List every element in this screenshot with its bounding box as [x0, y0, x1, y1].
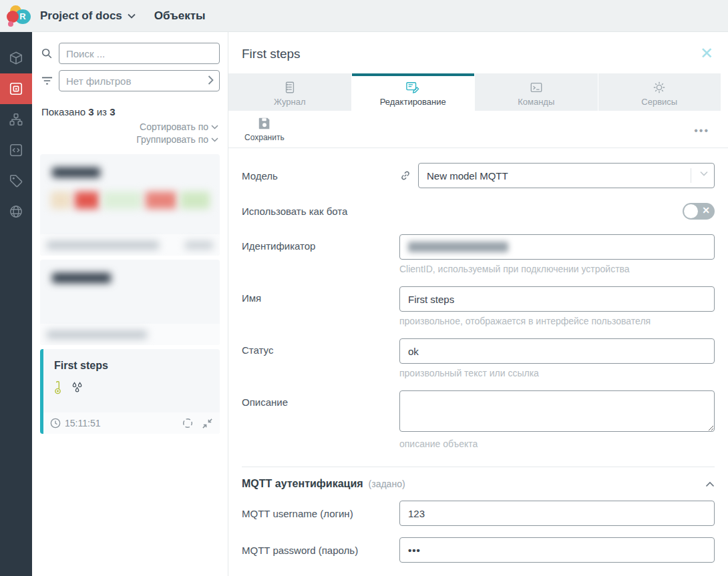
- sidebar-item-objects-icon[interactable]: [0, 73, 32, 104]
- chevron-down-icon: [211, 125, 218, 129]
- sort-by-label: Сортировать по: [140, 121, 208, 132]
- use-as-bot-toggle[interactable]: ✕: [683, 203, 715, 220]
- tab-journal[interactable]: Журнал: [228, 73, 351, 111]
- sort-by-dropdown[interactable]: Сортировать по: [40, 121, 218, 132]
- section-divider: [242, 467, 715, 467]
- identifier-helper: ClientID, используемый при подключении у…: [399, 264, 715, 274]
- description-helper: описание объекта: [399, 439, 715, 449]
- description-label: Описание: [242, 390, 399, 408]
- filter-icon: [40, 76, 53, 85]
- app-logo-icon[interactable]: R: [5, 4, 32, 28]
- chevron-down-icon: [211, 137, 218, 142]
- terminal-icon: [530, 81, 543, 94]
- collapse-arrows-icon[interactable]: [202, 418, 213, 429]
- mqtt-password-label: MQTT password (пароль): [242, 545, 399, 556]
- status-input[interactable]: [399, 338, 715, 364]
- objects-list-panel: Показано 3 из 3 Сортировать по Группиров…: [32, 32, 228, 576]
- identifier-blurred-value: [408, 242, 508, 252]
- gear-icon: [653, 81, 666, 94]
- sidebar-item-tags-icon[interactable]: [0, 166, 32, 196]
- droplets-icon: [71, 382, 84, 394]
- filters-input[interactable]: [59, 70, 220, 91]
- name-helper: произвольное, отображается в интерфейсе …: [399, 316, 715, 326]
- model-label: Модель: [242, 170, 399, 182]
- tab-label: Редактирование: [380, 97, 446, 107]
- project-switcher[interactable]: Project of docs: [40, 9, 136, 23]
- clock-icon: [50, 418, 61, 428]
- tab-editing[interactable]: Редактирование: [352, 73, 475, 111]
- status-helper: произвольный текст или ссылка: [399, 368, 715, 378]
- logo-circle-pink: [8, 21, 13, 27]
- locate-target-icon[interactable]: [182, 417, 194, 429]
- model-select[interactable]: New model MQTT: [418, 163, 715, 188]
- detail-tabs: Журнал Редактирование Команды Сервисы: [228, 73, 721, 111]
- identifier-input[interactable]: [399, 234, 715, 260]
- mqtt-username-label: MQTT username (логин): [242, 508, 399, 519]
- sidebar-item-network-globe-icon[interactable]: [0, 196, 32, 227]
- last-packet-time: 15:11:51: [65, 418, 100, 428]
- toggle-knob: [684, 204, 698, 218]
- chevron-down-icon: [128, 13, 136, 19]
- object-edit-form: Модель New model MQTT Использ: [228, 148, 728, 574]
- tab-label: Команды: [518, 97, 554, 107]
- group-by-label: Группировать по: [136, 134, 208, 145]
- tab-label: Журнал: [274, 97, 305, 107]
- name-label: Имя: [242, 286, 399, 304]
- save-label: Сохранить: [244, 133, 285, 142]
- sidebar-item-code-icon[interactable]: [0, 135, 32, 166]
- chevron-right-icon[interactable]: [208, 75, 214, 85]
- panel-title: First steps: [242, 47, 301, 61]
- sidebar-item-models-tree-icon[interactable]: [0, 104, 32, 135]
- journal-icon: [283, 81, 297, 94]
- edit-icon: [405, 81, 420, 94]
- close-icon[interactable]: ✕: [700, 47, 713, 60]
- object-card-first-steps[interactable]: First steps 15:11:51: [40, 349, 220, 434]
- icon-sidebar: [0, 32, 32, 576]
- name-input[interactable]: [399, 286, 715, 312]
- model-select-value: New model MQTT: [427, 170, 508, 182]
- object-card-blurred[interactable]: [40, 154, 220, 256]
- object-card-blurred[interactable]: [40, 260, 220, 345]
- more-menu-button[interactable]: •••: [694, 125, 709, 142]
- identifier-label: Идентификатор: [242, 234, 399, 252]
- mqtt-password-input[interactable]: [399, 537, 715, 563]
- status-label: Статус: [242, 338, 399, 356]
- save-floppy-icon: [257, 116, 272, 131]
- mqtt-section-badge: (задано): [369, 479, 405, 489]
- link-icon[interactable]: [399, 170, 411, 182]
- mqtt-section-title: MQTT аутентификация: [242, 478, 363, 490]
- edit-toolbar: Сохранить •••: [228, 111, 728, 148]
- mqtt-username-input[interactable]: [399, 501, 715, 526]
- tab-label: Сервисы: [641, 97, 677, 107]
- project-name-label: Project of docs: [40, 9, 122, 23]
- thermometer-icon: [54, 381, 61, 394]
- topbar: R Project of docs Объекты: [0, 0, 728, 32]
- object-card-title: First steps: [54, 360, 220, 372]
- shown-counter: Показано 3 из 3: [41, 106, 220, 117]
- search-input[interactable]: [59, 43, 220, 64]
- nav-objects[interactable]: Объекты: [154, 9, 206, 23]
- tab-commands[interactable]: Команды: [475, 73, 598, 111]
- logo-circle-red: [7, 11, 19, 23]
- sidebar-item-cube-icon[interactable]: [0, 43, 32, 73]
- search-icon: [40, 47, 53, 59]
- toggle-off-x-icon: ✕: [702, 205, 710, 216]
- chevron-down-icon: [700, 171, 708, 176]
- description-textarea[interactable]: [399, 390, 715, 432]
- group-by-dropdown[interactable]: Группировать по: [40, 134, 218, 145]
- chevron-up-icon[interactable]: [705, 481, 715, 487]
- use-as-bot-label: Использовать как бота: [242, 206, 399, 217]
- tab-services[interactable]: Сервисы: [598, 73, 721, 111]
- object-detail-panel: First steps ✕ Журнал Редактирование К: [228, 32, 728, 576]
- save-button[interactable]: Сохранить: [244, 116, 285, 142]
